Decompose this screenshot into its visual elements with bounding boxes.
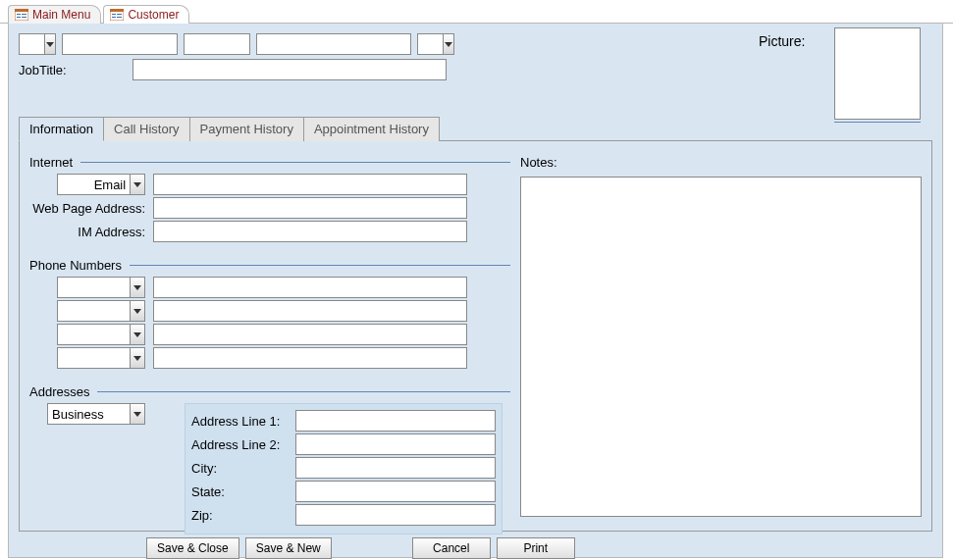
- zip-input[interactable]: [295, 504, 496, 526]
- tab-main-menu[interactable]: Main Menu: [8, 5, 101, 24]
- dropdown-icon[interactable]: [130, 404, 144, 424]
- phone-type-input-3[interactable]: [58, 325, 130, 344]
- phone-type-input-1[interactable]: [58, 278, 130, 297]
- form-icon: [15, 9, 28, 21]
- email-type-input[interactable]: [58, 175, 130, 194]
- job-title-input[interactable]: [132, 59, 447, 80]
- phone-group-title: Phone Numbers: [29, 258, 510, 273]
- job-title-label: JobTitle:: [19, 63, 127, 77]
- dropdown-icon[interactable]: [130, 278, 144, 297]
- city-input[interactable]: [295, 457, 496, 479]
- last-name-input[interactable]: [256, 33, 411, 55]
- city-label: City:: [191, 461, 290, 476]
- web-address-label: Web Page Address:: [29, 201, 147, 216]
- button-row: Save & Close Save & New Cancel Print: [19, 537, 932, 559]
- address-line2-label: Address Line 2:: [191, 437, 290, 452]
- tab-call-history[interactable]: Call History: [104, 117, 189, 141]
- address-line1-input[interactable]: [295, 410, 496, 432]
- left-column: Internet Web Page Address: IM Address:: [29, 149, 510, 521]
- address-block: Address Line 1: Address Line 2: City: St…: [185, 403, 503, 535]
- print-button[interactable]: Print: [497, 537, 575, 559]
- svg-rect-2: [17, 14, 21, 15]
- dropdown-icon[interactable]: [443, 34, 453, 54]
- tab-appointment-history[interactable]: Appointment History: [304, 117, 440, 141]
- phone-type-combo-1[interactable]: [57, 277, 145, 298]
- notes-textarea[interactable]: [520, 177, 922, 517]
- tab-main-menu-label: Main Menu: [32, 8, 90, 22]
- picture-box[interactable]: [834, 27, 921, 120]
- save-close-button[interactable]: Save & Close: [146, 537, 239, 559]
- phone-number-input-2[interactable]: [153, 300, 467, 322]
- svg-rect-7: [110, 9, 124, 12]
- address-group-title: Addresses: [29, 384, 510, 399]
- phone-type-input-2[interactable]: [58, 301, 130, 321]
- form-icon: [110, 9, 124, 21]
- svg-rect-10: [112, 17, 116, 18]
- tab-payment-history[interactable]: Payment History: [190, 117, 304, 141]
- customer-form: JobTitle: Picture: Information Call Hist…: [8, 24, 943, 558]
- tab-information[interactable]: Information: [19, 117, 104, 141]
- zip-label: Zip:: [191, 508, 290, 523]
- svg-rect-3: [22, 14, 26, 15]
- tab-customer[interactable]: Customer: [103, 5, 189, 24]
- dropdown-icon[interactable]: [130, 325, 144, 344]
- address-label: Addresses: [29, 384, 89, 399]
- svg-rect-4: [17, 17, 21, 18]
- svg-rect-5: [22, 17, 26, 18]
- im-address-input[interactable]: [153, 221, 467, 242]
- svg-rect-8: [112, 14, 116, 15]
- address-type-combo[interactable]: [47, 403, 145, 425]
- picture-label: Picture:: [759, 33, 805, 49]
- email-input[interactable]: [153, 174, 467, 195]
- phone-label: Phone Numbers: [29, 258, 122, 273]
- prefix-combo[interactable]: [19, 33, 56, 55]
- svg-rect-9: [117, 14, 122, 15]
- suffix-input[interactable]: [418, 34, 443, 54]
- notes-label: Notes:: [520, 155, 557, 170]
- suffix-combo[interactable]: [417, 33, 454, 55]
- state-input[interactable]: [295, 481, 496, 502]
- im-address-label: IM Address:: [29, 225, 147, 239]
- phone-number-input-1[interactable]: [153, 277, 467, 298]
- phone-number-input-3[interactable]: [153, 324, 467, 345]
- dropdown-icon[interactable]: [130, 301, 144, 321]
- phone-number-input-4[interactable]: [153, 347, 467, 369]
- email-type-combo[interactable]: [57, 174, 145, 195]
- right-column: Notes:: [520, 149, 922, 521]
- phone-type-combo-2[interactable]: [57, 300, 145, 322]
- svg-rect-11: [117, 17, 122, 18]
- detail-tabs: Information Call History Payment History…: [19, 116, 932, 141]
- information-panel: Internet Web Page Address: IM Address:: [19, 141, 932, 532]
- tab-customer-label: Customer: [128, 8, 179, 22]
- dropdown-icon[interactable]: [130, 348, 144, 368]
- web-address-input[interactable]: [153, 197, 467, 219]
- cancel-button[interactable]: Cancel: [412, 537, 491, 559]
- middle-name-input[interactable]: [184, 33, 250, 55]
- internet-group-title: Internet: [29, 155, 510, 170]
- dropdown-icon[interactable]: [130, 175, 144, 194]
- phone-type-combo-4[interactable]: [57, 347, 145, 369]
- prefix-input[interactable]: [20, 34, 44, 54]
- address-line2-input[interactable]: [295, 433, 496, 455]
- svg-rect-1: [15, 9, 28, 12]
- first-name-input[interactable]: [62, 33, 178, 55]
- phone-type-combo-3[interactable]: [57, 324, 145, 345]
- save-new-button[interactable]: Save & New: [245, 537, 332, 559]
- address-type-input[interactable]: [48, 404, 130, 424]
- internet-label: Internet: [29, 155, 73, 170]
- dropdown-icon[interactable]: [44, 34, 55, 54]
- phone-type-input-4[interactable]: [58, 348, 130, 368]
- state-label: State:: [191, 484, 290, 499]
- document-tabs: Main Menu Customer: [0, 0, 953, 24]
- job-title-row: JobTitle:: [19, 59, 932, 80]
- address-line1-label: Address Line 1:: [191, 414, 290, 429]
